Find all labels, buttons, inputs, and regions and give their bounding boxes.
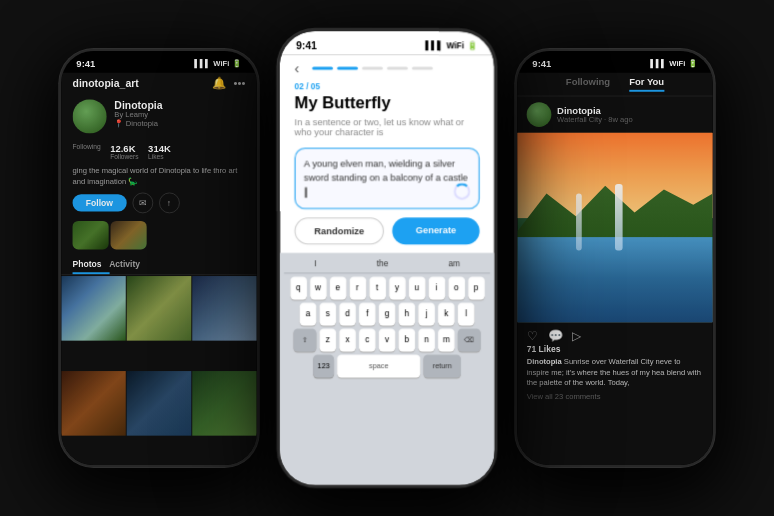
more-icon[interactable]: ••• <box>233 77 245 90</box>
key-h[interactable]: h <box>398 302 415 325</box>
key-p[interactable]: p <box>468 276 485 299</box>
key-x[interactable]: x <box>339 328 356 351</box>
profile-bio: ging the magical world of Dinotopia to l… <box>61 164 257 193</box>
following-stat: Following <box>73 143 101 160</box>
keyboard-suggestions: I the am <box>284 256 490 273</box>
post-avatar[interactable] <box>527 102 552 127</box>
status-icons-1: ▌▌▌ WiFi 🔋 <box>194 59 241 68</box>
post-image[interactable] <box>517 133 713 323</box>
profile-info: Dinotopia By Leamy 📍 Dinotopia <box>114 99 245 128</box>
key-u[interactable]: u <box>408 276 425 299</box>
grid-item-2[interactable] <box>127 276 192 341</box>
heart-icon[interactable]: ♡ <box>527 328 538 342</box>
key-g[interactable]: g <box>379 302 396 325</box>
key-m[interactable]: m <box>438 328 455 351</box>
waterfall-scene <box>517 133 713 323</box>
prompt-text: A young elven man, wielding a silver swo… <box>304 157 470 199</box>
wifi-icon: WiFi <box>213 59 229 68</box>
grid-item-6[interactable] <box>192 371 257 436</box>
key-t[interactable]: t <box>369 276 386 299</box>
dot-4 <box>387 66 408 69</box>
generate-button[interactable]: Generate <box>392 217 479 244</box>
keyboard-bottom-row: 123 space return <box>284 354 490 377</box>
randomize-button[interactable]: Randomize <box>294 217 383 244</box>
suggestion-3[interactable]: am <box>448 259 460 268</box>
key-v[interactable]: v <box>379 328 396 351</box>
grid-item-1[interactable] <box>61 276 126 341</box>
time-2: 9:41 <box>297 40 318 51</box>
loading-spinner <box>454 183 471 200</box>
back-nav: ‹ <box>280 55 494 80</box>
grid-item-5[interactable] <box>127 371 192 436</box>
key-shift[interactable]: ⇧ <box>293 328 316 351</box>
key-e[interactable]: e <box>329 276 346 299</box>
profile-tabs: Photos Activity <box>61 256 257 276</box>
key-return[interactable]: return <box>423 354 460 377</box>
bell-icon[interactable]: 🔔 <box>212 77 226 90</box>
suggestion-2[interactable]: the <box>377 259 389 268</box>
phone-2-shell: 9:41 ▌▌▌ WiFi 🔋 ‹ <box>278 29 496 487</box>
tab-for-you[interactable]: For You <box>629 77 664 92</box>
key-space[interactable]: space <box>337 354 420 377</box>
phone-2-inner: 9:41 ▌▌▌ WiFi 🔋 ‹ <box>280 31 494 484</box>
tab-photos[interactable]: Photos <box>73 256 110 275</box>
post-meta: Waterfall City · 8w ago <box>557 116 633 125</box>
display-name: Dinotopia <box>114 99 245 110</box>
dot-1 <box>312 66 333 69</box>
dot-2 <box>337 66 358 69</box>
photo-grid <box>61 275 257 465</box>
key-k[interactable]: k <box>438 302 455 325</box>
key-n[interactable]: n <box>418 328 435 351</box>
status-icons-3: ▌▌▌ WiFi 🔋 <box>650 59 697 68</box>
thumb-2[interactable] <box>111 221 147 250</box>
prompt-textarea[interactable]: A young elven man, wielding a silver swo… <box>294 148 479 209</box>
keyboard-row-1: q w e r t y u i o p <box>284 276 490 299</box>
tab-activity[interactable]: Activity <box>109 256 147 275</box>
key-q[interactable]: q <box>290 276 307 299</box>
followers-stat: 12.6K Followers <box>110 143 138 160</box>
username-label: dinotopia_art <box>73 78 139 89</box>
message-icon[interactable]: ✉ <box>132 193 153 214</box>
key-d[interactable]: d <box>339 302 356 325</box>
back-arrow-icon[interactable]: ‹ <box>294 59 299 76</box>
key-num[interactable]: 123 <box>313 354 334 377</box>
dot-3 <box>362 66 383 69</box>
likes-count: 71 Likes <box>517 344 713 356</box>
post-actions: ♡ 💬 ▷ <box>517 323 713 345</box>
share-icon[interactable]: ↑ <box>159 193 180 214</box>
key-s[interactable]: s <box>319 302 336 325</box>
key-l[interactable]: l <box>458 302 475 325</box>
post-username: Dinotopia <box>557 105 633 115</box>
grid-item-3[interactable] <box>192 276 257 341</box>
key-y[interactable]: y <box>389 276 406 299</box>
time-3: 9:41 <box>532 59 551 69</box>
key-f[interactable]: f <box>359 302 376 325</box>
suggestion-1[interactable]: I <box>314 259 316 268</box>
header-icons: 🔔 ••• <box>212 77 246 90</box>
follow-button[interactable]: Follow <box>73 195 127 212</box>
phone-3-inner: 9:41 ▌▌▌ WiFi 🔋 Following For You <box>517 51 713 465</box>
key-w[interactable]: w <box>310 276 327 299</box>
water-layer <box>517 237 713 323</box>
tab-following[interactable]: Following <box>566 77 610 92</box>
key-c[interactable]: c <box>359 328 376 351</box>
key-z[interactable]: z <box>319 328 336 351</box>
key-j[interactable]: j <box>418 302 435 325</box>
dot-5 <box>412 66 433 69</box>
thumb-1[interactable] <box>73 221 109 250</box>
key-b[interactable]: b <box>398 328 415 351</box>
key-r[interactable]: r <box>349 276 366 299</box>
view-comments[interactable]: View all 23 comments <box>517 392 713 404</box>
key-delete[interactable]: ⌫ <box>458 328 481 351</box>
waterfall-2 <box>615 184 623 251</box>
app-scene: 9:41 ▌▌▌ WiFi 🔋 dinotopia_art 🔔 ••• <box>0 0 774 516</box>
share-icon-post[interactable]: ▷ <box>572 328 582 342</box>
comment-icon[interactable]: 💬 <box>548 328 563 342</box>
generator-subtitle: In a sentence or two, let us know what o… <box>280 117 494 148</box>
signal-icon-3: ▌▌▌ <box>650 59 666 68</box>
key-o[interactable]: o <box>448 276 465 299</box>
key-a[interactable]: a <box>300 302 317 325</box>
profile-header: dinotopia_art 🔔 ••• <box>61 73 257 96</box>
grid-item-4[interactable] <box>61 371 126 436</box>
key-i[interactable]: i <box>428 276 445 299</box>
